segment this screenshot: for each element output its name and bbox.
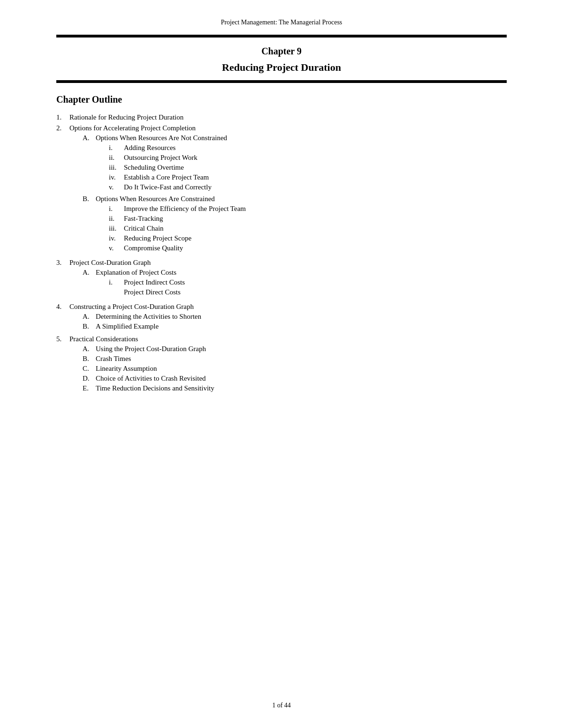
list-item: B. Options When Resources Are Constraine… [83,195,246,254]
list-item: D. Choice of Activities to Crash Revisit… [83,375,214,383]
item-text: Linearity Assumption [96,365,157,373]
item-num: B. [83,355,96,363]
list-item: 5. Practical Considerations A. Using the… [56,335,507,394]
item-text: Reducing Project Scope [124,234,191,242]
item-num: v. [109,244,124,252]
item-num: E. [83,384,96,392]
item-num: iv. [109,173,124,181]
item-num: i. [109,205,124,213]
item-num: 2. [56,124,69,132]
list-item: 1. Rationale for Reducing Project Durati… [56,113,507,121]
item-text: Choice of Activities to Crash Revisited [96,375,206,383]
item-num: ii. [109,154,124,162]
outline-list-3: i. Improve the Efficiency of the Project… [109,205,246,252]
item-text: A Simplified Example [96,323,159,330]
list-item: A. Explanation of Project Costs i. Proje… [83,269,185,298]
bottom-rule [56,80,507,83]
outline-list-2: A. Using the Project Cost-Duration Graph… [83,345,214,392]
item-num: C. [83,365,96,373]
item-num: D. [83,375,96,383]
item-text: Critical Chain [124,225,164,233]
outline-list-2: A. Determining the Activities to Shorten… [83,313,201,330]
item-num: i. [109,278,124,286]
item-text: Options When Resources Are Not Constrain… [96,134,227,142]
item-text: Project Direct Costs [124,288,181,296]
page-footer: 1 of 44 [0,702,563,709]
item-num: A. [83,269,96,277]
item-num: B. [83,323,96,330]
item-text: Options When Resources Are Constrained [96,195,215,203]
item-num: v. [109,183,124,191]
item-text: Project Indirect Costs [124,278,185,286]
page-container: Project Management: The Managerial Proce… [0,0,563,728]
item-text: Do It Twice-Fast and Correctly [124,183,212,191]
list-item: iv. Establish a Core Project Team [109,173,227,181]
list-item: A. Using the Project Cost-Duration Graph [83,345,214,353]
list-item: A. Determining the Activities to Shorten [83,313,201,321]
item-text: Using the Project Cost-Duration Graph [96,345,206,353]
outline-heading: Chapter Outline [56,94,507,105]
outline-list-3: i. Adding Resources ii. Outsourcing Proj… [109,144,227,191]
item-num: 1. [56,113,69,121]
list-item: iv. Reducing Project Scope [109,234,246,242]
list-item: i. Adding Resources [109,144,227,152]
header-subtitle: Project Management: The Managerial Proce… [56,19,507,26]
item-text: Time Reduction Decisions and Sensitivity [96,384,214,392]
chapter-section: Chapter 9 Reducing Project Duration [56,38,507,80]
list-item: iii. Critical Chain [109,225,246,233]
item-text: Explanation of Project Costs [96,269,176,276]
list-item: C. Linearity Assumption [83,365,214,373]
item-text: Crash Times [96,355,131,363]
item-num: A. [83,345,96,353]
item-text: Scheduling Overtime [124,164,184,172]
item-text: Constructing a Project Cost-Duration Gra… [69,303,194,310]
list-item: iii. Scheduling Overtime [109,164,227,172]
list-item: v. Compromise Quality [109,244,246,252]
item-num: iii. [109,164,124,172]
item-num: A. [83,134,96,142]
item-text: Fast-Tracking [124,215,163,223]
item-text: Project Cost-Duration Graph [69,259,151,266]
outline-list-3: i. Project Indirect Costs Project Direct… [109,278,185,296]
outline-list-1: 1. Rationale for Reducing Project Durati… [56,113,507,394]
item-num: 3. [56,259,69,267]
outline-content: 1. Rationale for Reducing Project Durati… [56,113,507,394]
list-item: A. Options When Resources Are Not Constr… [83,134,246,193]
chapter-title: Reducing Project Duration [56,61,507,74]
list-item: B. A Simplified Example [83,323,201,330]
list-item: v. Do It Twice-Fast and Correctly [109,183,227,191]
outline-list-2: A. Options When Resources Are Not Constr… [83,134,246,254]
item-num: iv. [109,234,124,242]
list-item: 3. Project Cost-Duration Graph A. Explan… [56,259,507,300]
item-text: Establish a Core Project Team [124,173,209,181]
item-text: Outsourcing Project Work [124,154,198,162]
item-text: Practical Considerations [69,335,138,343]
item-text: Compromise Quality [124,244,183,252]
item-num: B. [83,195,96,203]
item-num: ii. [109,215,124,223]
item-num: A. [83,313,96,321]
item-text: Determining the Activities to Shorten [96,313,201,321]
item-text: Rationale for Reducing Project Duration [69,113,183,121]
item-num: i. [109,144,124,152]
list-item: Project Direct Costs [109,288,185,296]
item-num: 5. [56,335,69,343]
list-item: i. Project Indirect Costs [109,278,185,286]
list-item: ii. Outsourcing Project Work [109,154,227,162]
list-item: B. Crash Times [83,355,214,363]
list-item: 4. Constructing a Project Cost-Duration … [56,303,507,332]
list-item: 2. Options for Accelerating Project Comp… [56,124,507,256]
item-num: 4. [56,303,69,311]
item-text: Options for Accelerating Project Complet… [69,124,196,132]
chapter-number: Chapter 9 [56,46,507,57]
item-text: Adding Resources [124,144,175,152]
page-info: 1 of 44 [272,702,291,709]
item-text: Improve the Efficiency of the Project Te… [124,205,246,213]
list-item: E. Time Reduction Decisions and Sensitiv… [83,384,214,392]
outline-list-2: A. Explanation of Project Costs i. Proje… [83,269,185,298]
list-item: ii. Fast-Tracking [109,215,246,223]
list-item: i. Improve the Efficiency of the Project… [109,205,246,213]
item-num: iii. [109,225,124,233]
